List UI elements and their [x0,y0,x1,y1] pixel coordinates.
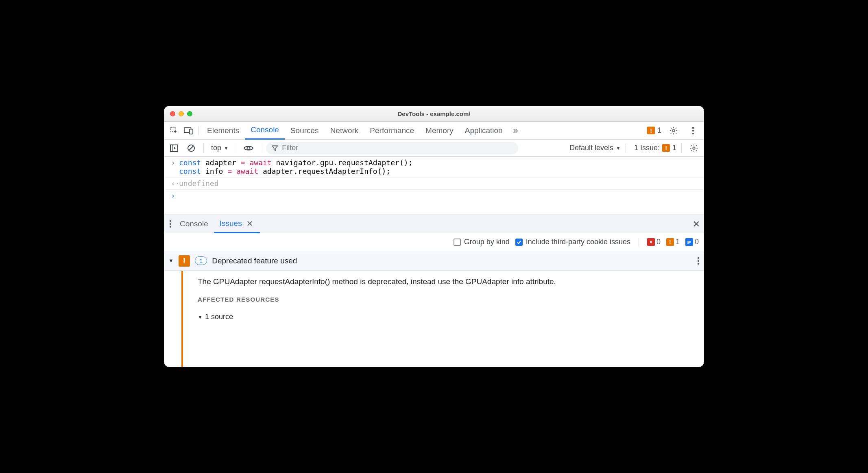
checkbox-icon [454,239,461,246]
warning-badge-icon: ! [662,144,670,152]
kebab-menu-icon[interactable] [686,123,700,138]
zoom-window-button[interactable] [187,111,192,116]
console-body: › const adapter = await navigator.gpu.re… [164,157,704,215]
tab-application[interactable]: Application [459,122,508,140]
drawer-tab-console[interactable]: Console [174,215,214,233]
warning-badge-icon: ! [647,127,655,134]
filter-box[interactable] [266,142,518,154]
window-title: DevTools - example.com/ [164,110,704,117]
group-by-kind-checkbox[interactable]: Group by kind [454,238,510,246]
issue-kebab-icon[interactable] [697,257,700,265]
svg-rect-20 [687,241,691,242]
more-tabs-icon[interactable]: » [508,123,523,138]
live-expression-eye-icon[interactable] [241,141,256,155]
issue-row-header[interactable]: ▼ ! 1 Deprecated feature used [164,251,704,271]
chevron-down-icon: ▼ [224,145,229,151]
separator [261,144,261,153]
result-arrow-icon: ‹· [171,179,179,188]
disclosure-triangle-icon: ▼ [168,258,174,264]
include-third-party-checkbox[interactable]: Include third-party cookie issues [515,238,630,246]
separator [203,144,204,153]
separator [236,144,236,153]
console-result-row[interactable]: ‹· undefined [164,177,704,190]
inspect-element-icon[interactable] [167,123,181,138]
drawer-tab-issues[interactable]: Issues [214,215,260,233]
issues-link[interactable]: 1 Issue: ! 1 [634,144,676,152]
input-prompt-icon: › [171,158,179,167]
main-toolbar: Elements Console Sources Network Perform… [164,122,704,140]
filter-icon [272,145,278,151]
close-tab-icon[interactable] [245,219,254,228]
separator [681,144,682,153]
separator [639,238,639,247]
console-code-line: const info = await adapter.requestAdapte… [179,167,412,175]
log-levels-selector[interactable]: Default levels ▼ [569,144,621,152]
svg-point-24 [698,260,699,261]
tab-memory[interactable]: Memory [420,122,459,140]
titlebar: DevTools - example.com/ [164,106,704,122]
warning-square-icon: ! [179,255,190,267]
svg-line-10 [189,146,194,150]
settings-gear-icon[interactable] [666,123,681,138]
devtools-window: DevTools - example.com/ Elements Console… [164,106,704,367]
svg-rect-2 [190,129,193,134]
svg-point-3 [672,129,675,132]
console-prompt-row[interactable]: › [164,190,704,215]
disclosure-triangle-icon: ▼ [198,314,203,320]
svg-point-23 [698,257,699,258]
svg-point-6 [692,132,694,134]
drawer-tabbar: Console Issues [164,215,704,233]
checkbox-checked-icon [515,239,523,246]
prompt-icon: › [171,191,179,200]
svg-rect-21 [687,242,691,243]
svg-point-15 [170,226,171,228]
svg-rect-22 [687,243,689,244]
close-window-button[interactable] [170,111,175,116]
drawer-kebab-icon[interactable] [167,220,174,228]
info-count[interactable]: 0 [685,238,699,246]
svg-point-25 [698,263,699,264]
console-result: undefined [179,179,219,188]
tab-console[interactable]: Console [245,122,285,140]
console-toolbar: top ▼ Default levels ▼ 1 Issue: ! 1 [164,140,704,157]
tab-sources[interactable]: Sources [285,122,325,140]
separator [626,144,626,153]
svg-point-13 [170,220,171,222]
svg-point-11 [247,147,250,149]
traffic-lights [170,111,192,116]
info-badge-icon [685,238,693,246]
svg-point-5 [692,129,694,131]
console-code-line: const adapter = await navigator.gpu.requ… [179,158,412,167]
issue-title: Deprecated feature used [212,256,297,265]
filter-input[interactable] [281,143,513,153]
close-drawer-icon[interactable] [691,219,701,229]
tab-performance[interactable]: Performance [364,122,420,140]
console-settings-gear-icon[interactable] [687,141,701,155]
error-badge-icon: × [647,238,655,246]
issue-detail: The GPUAdapter requestAdapterInfo() meth… [164,271,704,367]
toggle-sidebar-icon[interactable] [167,141,181,155]
affected-resources-header: AFFECTED RESOURCES [198,296,556,303]
separator [198,126,199,135]
warning-badge-icon: ! [666,238,674,246]
warning-count[interactable]: ! 1 [666,238,680,246]
tab-elements[interactable]: Elements [201,122,245,140]
svg-point-4 [692,127,694,128]
svg-point-14 [170,223,171,225]
issues-filter-bar: Group by kind Include third-party cookie… [164,233,704,251]
console-input-row[interactable]: › const adapter = await navigator.gpu.re… [164,157,704,177]
chevron-down-icon: ▼ [616,145,621,151]
clear-console-icon[interactable] [184,141,198,155]
minimize-window-button[interactable] [179,111,184,116]
toolbar-issue-badge[interactable]: ! 1 [647,126,661,135]
tab-network[interactable]: Network [325,122,364,140]
sources-summary[interactable]: ▼ 1 source [198,313,556,321]
error-count[interactable]: × 0 [647,238,661,246]
device-toolbar-icon[interactable] [181,123,196,138]
issue-description: The GPUAdapter requestAdapterInfo() meth… [198,277,556,286]
issue-count-pill: 1 [195,256,207,265]
svg-point-12 [693,147,695,149]
context-selector[interactable]: top ▼ [209,144,231,152]
